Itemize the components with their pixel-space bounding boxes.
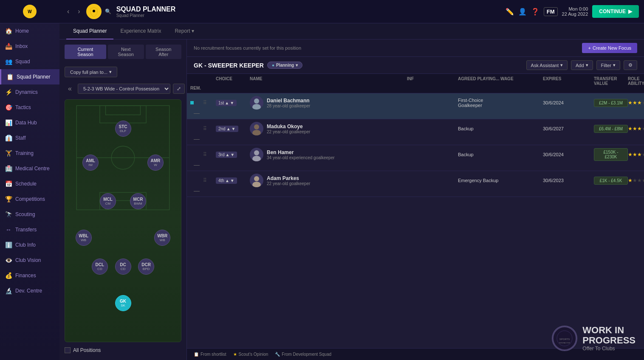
filter-button[interactable]: Filter ▾ bbox=[596, 60, 620, 70]
continue-button[interactable]: CONTINUE ▶ bbox=[592, 5, 639, 18]
planning-dropdown[interactable]: ● Planning ▾ bbox=[267, 62, 302, 69]
season-tabs: Current Season Next Season Season After bbox=[65, 45, 181, 59]
sidebar-item-schedule[interactable]: 📅 Schedule bbox=[0, 176, 59, 191]
drag-handle[interactable]: ⠿ bbox=[203, 152, 216, 158]
formation-select[interactable]: 5-2-3 WB Wide - Control Possession bbox=[78, 84, 170, 94]
player-desc: 22 year-old goalkeeper bbox=[267, 181, 310, 186]
svg-point-13 bbox=[252, 156, 261, 161]
svg-rect-4 bbox=[106, 106, 141, 115]
focus-bar: No recruitment focuses currently set for… bbox=[187, 39, 644, 57]
person-button[interactable]: 👤 bbox=[518, 8, 527, 16]
content-area: Current Season Next Season Season After … bbox=[59, 39, 644, 360]
drag-handle[interactable]: ⠿ bbox=[203, 100, 216, 106]
sidebar-item-squad-planner[interactable]: 📋 Squad Planner bbox=[0, 69, 59, 84]
sidebar-item-tactics[interactable]: 🎯 Tactics bbox=[0, 100, 59, 115]
sidebar-item-training[interactable]: 🏋️ Training bbox=[0, 146, 59, 161]
svg-point-10 bbox=[254, 124, 259, 129]
forward-button[interactable]: › bbox=[75, 6, 82, 17]
right-panel: No recruitment focuses currently set for… bbox=[187, 39, 644, 360]
sidebar-item-dynamics[interactable]: ⚡ Dynamics bbox=[0, 84, 59, 100]
squad-icon: 👥 bbox=[5, 58, 12, 65]
col-transfer-value: TRANSFER VALUE bbox=[594, 76, 628, 86]
expand-formation-button[interactable]: ⤢ bbox=[173, 84, 185, 94]
remove-button[interactable]: — bbox=[190, 110, 203, 116]
sidebar-item-medical[interactable]: 🏥 Medical Centre bbox=[0, 161, 59, 176]
tab-experience-matrix[interactable]: Experience Matrix bbox=[113, 23, 168, 39]
tab-current-season[interactable]: Current Season bbox=[65, 45, 106, 59]
expires-cell: 30/6/2023 bbox=[543, 178, 594, 183]
dev-centre-icon: 🔬 bbox=[5, 287, 12, 294]
position-dcl[interactable]: DCL CD bbox=[92, 259, 108, 275]
sidebar-item-finances[interactable]: 💰 Finances bbox=[0, 268, 59, 283]
header-controls: Ask Assistant ▾ Add ▾ Filter ▾ ⚙ bbox=[526, 60, 637, 70]
transfers-icon: ↔️ bbox=[5, 226, 12, 233]
tab-season-after[interactable]: Season After bbox=[146, 45, 182, 59]
position-gk[interactable]: GK SK bbox=[115, 295, 131, 311]
sidebar-item-home[interactable]: 🏠 Home bbox=[0, 23, 59, 39]
settings-button[interactable]: ⚙ bbox=[624, 60, 637, 70]
role-ability-cell: ★★★★★ bbox=[628, 100, 641, 106]
position-mcr[interactable]: MCR BWM bbox=[130, 193, 146, 209]
sidebar-item-inbox[interactable]: 📥 Inbox bbox=[0, 39, 59, 54]
position-wbl[interactable]: WBL WB bbox=[76, 230, 92, 246]
table-row[interactable]: ⠿ 4th ▲ ▼ Adam Parkes bbox=[187, 171, 644, 197]
page-title: SQUAD PLANNER bbox=[116, 6, 502, 13]
sidebar-item-scouting[interactable]: 🔭 Scouting bbox=[0, 207, 59, 222]
choice-chevron-up: ▲ bbox=[226, 127, 231, 131]
sidebar-item-data-hub[interactable]: 📊 Data Hub bbox=[0, 115, 59, 130]
drag-handle[interactable]: ⠿ bbox=[203, 126, 216, 132]
sidebar-item-dev-centre[interactable]: 🔬 Dev. Centre bbox=[0, 283, 59, 298]
position-wbr[interactable]: WBR WB bbox=[154, 230, 170, 246]
copy-plan-button[interactable]: Copy full plan to... ▾ bbox=[65, 67, 117, 77]
add-button[interactable]: Add ▾ bbox=[571, 60, 593, 70]
collapse-button[interactable]: « bbox=[65, 82, 75, 96]
add-chevron-icon: ▾ bbox=[586, 62, 588, 68]
tab-next-season[interactable]: Next Season bbox=[108, 45, 144, 59]
sidebar-item-competitions[interactable]: 🏆 Competitions bbox=[0, 191, 59, 207]
row-active-indicator bbox=[190, 101, 203, 104]
sidebar-item-club-vision[interactable]: 👁️ Club Vision bbox=[0, 253, 59, 268]
medical-icon: 🏥 bbox=[5, 165, 12, 172]
position-mcl[interactable]: MCL CM bbox=[100, 193, 116, 209]
sidebar-logo: W bbox=[0, 0, 59, 23]
help-button[interactable]: ❓ bbox=[531, 8, 539, 16]
svg-point-14 bbox=[254, 176, 259, 181]
table-row[interactable]: ⠿ 3rd ▲ ▼ Ben Hamer bbox=[187, 145, 644, 171]
table-row[interactable]: ⠿ 2nd ▲ ▼ Maduka Okoye bbox=[187, 119, 644, 145]
remove-button[interactable]: — bbox=[190, 187, 203, 194]
club-info-icon: ℹ️ bbox=[5, 242, 12, 248]
sidebar-item-squad[interactable]: 👥 Squad bbox=[0, 54, 59, 69]
col-name: NAME bbox=[250, 76, 407, 86]
drag-handle[interactable]: ⠿ bbox=[203, 177, 216, 183]
back-button[interactable]: ‹ bbox=[65, 6, 72, 17]
tab-report[interactable]: Report ▾ bbox=[168, 23, 201, 39]
position-aml[interactable]: AML IW bbox=[82, 155, 99, 171]
pencil-button[interactable]: ✏️ bbox=[506, 8, 514, 16]
sidebar-item-club-info[interactable]: ℹ️ Club Info bbox=[0, 237, 59, 253]
ask-assistant-button[interactable]: Ask Assistant ▾ bbox=[526, 60, 568, 70]
table-row[interactable]: ⠿ 1st ▲ ▼ Daniel Bachmann bbox=[187, 93, 644, 119]
position-dc[interactable]: DC CD bbox=[115, 259, 131, 275]
scouting-icon: 🔭 bbox=[5, 211, 12, 218]
remove-button[interactable]: — bbox=[190, 161, 203, 168]
legend-scout-opinion: ★ Scout's Opinion bbox=[233, 352, 268, 357]
remove-button[interactable]: — bbox=[190, 135, 203, 142]
sidebar-item-transfers[interactable]: ↔️ Transfers bbox=[0, 222, 59, 237]
topbar-right: ✏️ 👤 ❓ FM Mon 0:00 22 Aug 2022 CONTINUE … bbox=[506, 5, 639, 18]
position-header: GK - SWEEPER KEEPER ● Planning ▾ Ask Ass… bbox=[187, 57, 644, 74]
svg-point-12 bbox=[254, 150, 259, 155]
training-icon: 🏋️ bbox=[5, 150, 12, 157]
position-stc[interactable]: STC DLF bbox=[115, 121, 131, 137]
position-amr[interactable]: AMR W bbox=[147, 155, 164, 171]
position-dcr[interactable]: DCR BPD bbox=[138, 259, 154, 275]
player-name: Adam Parkes bbox=[267, 175, 310, 181]
role-ability-cell: ★★★★★ bbox=[628, 177, 641, 183]
tactics-icon: 🎯 bbox=[5, 104, 12, 111]
col-expires: EXPIRES bbox=[543, 76, 594, 86]
sidebar-item-staff[interactable]: 👔 Staff bbox=[0, 130, 59, 146]
all-positions-checkbox[interactable] bbox=[65, 347, 71, 353]
agreed-playing-cell: First-Choice Goalkeeper bbox=[458, 98, 500, 108]
tab-squad-planner[interactable]: Squad Planner bbox=[66, 23, 113, 39]
create-focus-button[interactable]: + Create New Focus bbox=[582, 43, 637, 53]
player-cell: Maduka Okoye 22 year-old goalkeeper bbox=[250, 122, 407, 135]
